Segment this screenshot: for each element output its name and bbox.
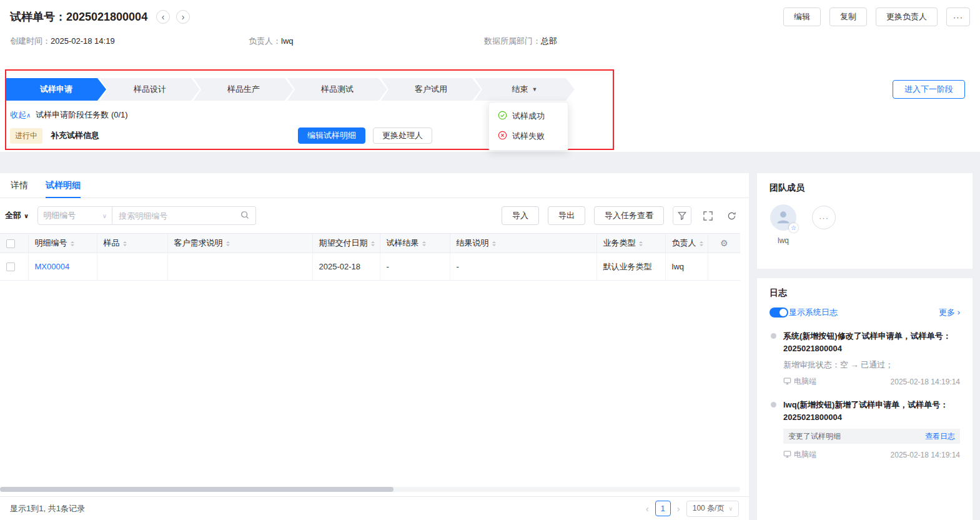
stage-item-sample-design[interactable]: 样品设计	[100, 78, 200, 101]
import-task-view-button[interactable]: 导入任务查看	[594, 206, 664, 225]
page-title-value: 2025021800004	[66, 11, 147, 23]
collapse-caret-icon: ∧	[26, 112, 31, 119]
detail-tabs: 详情 试样明细	[0, 173, 749, 198]
avatar[interactable]: ☆	[770, 204, 796, 231]
fullscreen-icon[interactable]	[700, 208, 715, 223]
log-more-link[interactable]: 更多 ›	[939, 307, 960, 318]
detail-code-link[interactable]: MX00004	[35, 262, 70, 271]
filter-all-dropdown[interactable]: 全部∨	[5, 210, 29, 221]
menu-item-label: 试样失败	[512, 131, 545, 142]
monitor-icon	[783, 377, 791, 387]
edit-sample-detail-button[interactable]: 编辑试样明细	[298, 128, 365, 144]
page-next-button[interactable]: ›	[677, 503, 680, 514]
menu-item-trial-success[interactable]: 试样成功	[489, 106, 568, 126]
ellipsis-icon: ···	[953, 12, 963, 22]
cell-result: -	[380, 253, 450, 281]
member-row: ☆ lwq ···	[770, 204, 960, 245]
refresh-icon[interactable]	[724, 208, 739, 223]
caret-down-icon: ▼	[532, 86, 538, 92]
change-owner-button[interactable]: 更换负责人	[876, 8, 938, 26]
stage-label: 样品测试	[321, 84, 354, 95]
collapse-link[interactable]: 收起∧	[10, 109, 31, 121]
change-handler-button[interactable]: 更换处理人	[373, 128, 432, 144]
cell-sample	[97, 253, 167, 281]
sort-icon[interactable]	[492, 239, 496, 248]
chevron-down-icon: ∨	[102, 212, 107, 219]
select-all-checkbox[interactable]	[6, 239, 15, 248]
record-count-summary: 显示1到1, 共1条记录	[10, 503, 85, 514]
search-input[interactable]	[119, 211, 240, 221]
stage-task-count: 试样申请阶段任务数 (0/1)	[36, 109, 127, 121]
team-members-title: 团队成员	[770, 182, 960, 194]
stage-row: 试样申请 样品设计 样品生产 样品测试 客户试用 结束▼ 进入下一阶段	[0, 58, 980, 101]
table-row[interactable]: MX00004 2025-02-18 - - 默认业务类型 lwq	[0, 253, 740, 281]
system-log-toggle-label: 显示系统日志	[789, 307, 838, 318]
person-icon	[775, 209, 791, 227]
stage-flow: 试样申请 样品设计 样品生产 样品测试 客户试用 结束▼	[6, 78, 575, 101]
x-circle-icon	[498, 131, 507, 142]
sort-icon[interactable]	[226, 239, 230, 248]
export-button[interactable]: 导出	[548, 206, 585, 225]
cell-biz-type: 默认业务类型	[596, 253, 665, 281]
system-log-toggle[interactable]	[770, 308, 788, 318]
stage-item-end[interactable]: 结束▼	[475, 78, 575, 101]
page-size-select[interactable]: 100 条/页∨	[686, 501, 739, 517]
import-button[interactable]: 导入	[502, 206, 539, 225]
log-change-bar: 变更了试样明细 查看日志	[783, 429, 960, 444]
team-member: ☆ lwq	[770, 204, 797, 245]
page-prev-button[interactable]: ‹	[646, 503, 649, 514]
sort-icon[interactable]	[371, 239, 375, 248]
stage-item-customer-trial[interactable]: 客户试用	[381, 78, 481, 101]
column-settings-icon[interactable]: ⚙	[720, 238, 728, 248]
stage-item-sample-production[interactable]: 样品生产	[194, 78, 294, 101]
more-members-button[interactable]: ···	[812, 206, 836, 229]
stage-item-trial-apply[interactable]: 试样申请	[6, 78, 106, 101]
log-entry-title: lwq(新增按钮)新增了试样申请单，试样单号：2025021800004	[783, 399, 960, 424]
search-box	[112, 206, 256, 225]
stage-item-sample-test[interactable]: 样品测试	[287, 78, 387, 101]
view-log-link[interactable]: 查看日志	[925, 431, 955, 442]
next-stage-button[interactable]: 进入下一阶段	[893, 80, 965, 99]
sort-icon[interactable]	[123, 239, 127, 248]
log-card: 日志 显示系统日志 更多 › 系统(新增按钮)修改了试样申请单，试样单号：202…	[757, 278, 973, 520]
scrollbar-thumb[interactable]	[0, 487, 393, 492]
table-footer: 显示1到1, 共1条记录 ‹ 1 › 100 条/页∨	[0, 496, 749, 520]
right-sidebar: 团队成员 ☆ lwq ··· 日志 显示系统日志 更多 ›	[757, 173, 973, 520]
content-area: 详情 试样明细 全部∨ 明细编号∨ 导入 导出 导入任务查看	[0, 173, 980, 520]
edit-button[interactable]: 编辑	[783, 8, 821, 26]
more-actions-button[interactable]: ···	[946, 8, 970, 26]
log-bullet-icon	[771, 333, 776, 339]
sort-icon[interactable]	[422, 239, 426, 248]
page-number[interactable]: 1	[655, 501, 671, 516]
tab-sample-detail[interactable]: 试样明细	[46, 173, 81, 198]
chevron-right-icon: ›	[958, 308, 960, 317]
owner: 负责人：lwq	[249, 36, 484, 47]
log-time: 2025-02-18 14:19:14	[891, 451, 960, 459]
log-entry-meta: 电脑端 2025-02-18 14:19:14	[783, 376, 960, 387]
sample-detail-table: 明细编号 样品 客户需求说明 期望交付日期 试样结果 结果说明 业务类型 负责人…	[0, 233, 740, 281]
sort-icon[interactable]	[639, 239, 643, 248]
filter-funnel-icon[interactable]	[673, 206, 691, 225]
search-field-select[interactable]: 明细编号∨	[37, 206, 112, 225]
prev-record-button[interactable]: ‹	[156, 10, 170, 24]
created-time: 创建时间：2025-02-18 14:19	[10, 36, 249, 47]
stage-label: 结束	[512, 84, 528, 95]
tab-detail[interactable]: 详情	[11, 173, 28, 198]
log-change-text: 变更了试样明细	[788, 431, 841, 442]
stage-label: 试样申请	[40, 84, 72, 95]
next-record-button[interactable]: ›	[176, 10, 190, 24]
table-toolbar: 全部∨ 明细编号∨ 导入 导出 导入任务查看	[0, 198, 749, 233]
sort-icon[interactable]	[71, 239, 74, 248]
task-status-badge: 进行中	[10, 128, 42, 144]
menu-item-trial-fail[interactable]: 试样失败	[489, 126, 568, 146]
chevron-right-icon: ›	[182, 12, 185, 22]
search-icon[interactable]	[240, 211, 249, 221]
stage-label: 样品设计	[134, 84, 166, 95]
sort-icon[interactable]	[700, 239, 703, 248]
chevron-left-icon: ‹	[646, 503, 649, 514]
log-bullet-icon	[771, 402, 776, 408]
row-checkbox[interactable]	[6, 262, 15, 271]
horizontal-scrollbar[interactable]	[0, 487, 740, 492]
copy-button[interactable]: 复制	[829, 8, 867, 26]
log-entry-meta: 电脑端 2025-02-18 14:19:14	[783, 449, 960, 460]
